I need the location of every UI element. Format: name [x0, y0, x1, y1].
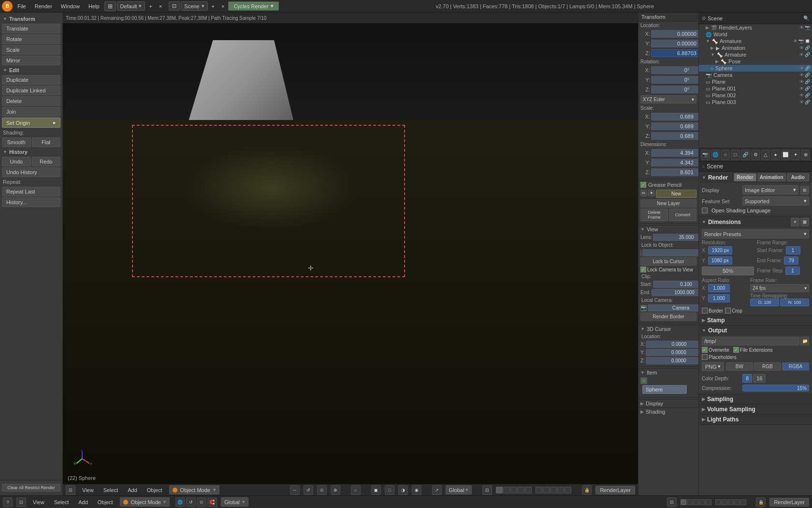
scale-btn[interactable]: Scale	[2, 45, 60, 55]
item-section-header[interactable]: ▼ Item	[638, 368, 698, 376]
viewport-type-icon[interactable]: ⊡	[66, 485, 75, 495]
armsub-link-icon[interactable]: 🔗	[805, 52, 810, 57]
plane002-link-icon[interactable]: 🔗	[805, 93, 810, 98]
set-origin-btn[interactable]: Set Origin ▸	[2, 118, 60, 128]
loc-x-input[interactable]	[651, 30, 698, 38]
frame-rate-select[interactable]: 24 fps ▾	[750, 284, 809, 292]
bottom-view-menu[interactable]: View	[30, 498, 47, 506]
outliner-item-sphere[interactable]: ○ Sphere 👁 🔗	[699, 65, 812, 72]
display-section-header[interactable]: ▶ Display	[638, 399, 698, 407]
clear-all-restrict-btn[interactable]: Clear All Restrict Render	[2, 484, 60, 492]
anim-link-icon[interactable]: 🔗	[805, 45, 810, 50]
gp-new-btn[interactable]: New	[656, 190, 696, 198]
cam-link-icon[interactable]: 🔗	[805, 73, 810, 77]
armature-eye-icon[interactable]: 👁	[793, 39, 798, 44]
outliner-item-plane[interactable]: ▭ Plane 👁 🔗	[699, 78, 812, 85]
view-restrict-icon[interactable]: 📷	[805, 25, 810, 30]
lock-to-cursor-btn[interactable]: Lock to Cursor	[640, 257, 696, 266]
overwrite-checkbox[interactable]: ✓	[702, 347, 708, 353]
time-remap-n-input[interactable]	[780, 299, 809, 306]
snap-icon[interactable]: ⊕	[331, 485, 340, 495]
view-menu-btn[interactable]: View	[79, 486, 97, 494]
delete-btn[interactable]: Delete	[2, 96, 60, 106]
layer-4[interactable]	[518, 487, 524, 493]
history-section-header[interactable]: ▼ History	[0, 148, 62, 156]
prop-world-icon[interactable]: ○	[721, 149, 730, 160]
prop-texture-icon[interactable]: ⬜	[781, 149, 790, 160]
loc-z-input[interactable]	[651, 49, 698, 57]
output-path-input[interactable]	[702, 337, 799, 345]
viewport-canvas[interactable]: ✛ X Y Z (22) Sphere	[63, 23, 638, 484]
plane-eye-icon[interactable]: 👁	[799, 79, 804, 84]
rot-x-input[interactable]	[651, 66, 698, 74]
clip-end-input[interactable]	[652, 289, 698, 296]
scale-x-input[interactable]	[651, 113, 698, 120]
layer-1[interactable]	[496, 487, 503, 493]
outliner-item-world[interactable]: 🌐 World	[699, 31, 812, 38]
stamp-header[interactable]: ▶ Stamp	[699, 315, 812, 325]
join-btn[interactable]: Join	[2, 107, 60, 117]
rot-z-input[interactable]	[651, 86, 698, 93]
repeat-last-btn[interactable]: Repeat Last	[2, 187, 60, 196]
end-frame-input[interactable]	[784, 256, 798, 265]
aspect-y-input[interactable]	[708, 294, 730, 302]
plane001-link-icon[interactable]: 🔗	[805, 86, 810, 91]
snap-icon-bottom[interactable]: 🧲	[207, 497, 217, 507]
depth-8-btn[interactable]: 8	[742, 374, 752, 383]
render-presets-select[interactable]: Render Presets ▾	[702, 229, 809, 239]
dim-z-input[interactable]	[651, 168, 698, 176]
layer-8[interactable]	[550, 487, 557, 493]
transform-orientation[interactable]: Global ▾	[446, 485, 472, 494]
screen-name[interactable]: Default ▾	[117, 1, 145, 11]
rgba-btn[interactable]: RGBA	[782, 362, 809, 371]
res-percent-input[interactable]	[702, 267, 754, 275]
transform-icon-3[interactable]: ⊙	[317, 485, 327, 495]
xyz-euler-select[interactable]: XYZ Euler ▾	[640, 95, 696, 104]
dim-add-icon[interactable]: +	[791, 218, 799, 226]
tab-audio[interactable]: Audio	[787, 173, 809, 181]
edit-section-header[interactable]: ▼ Edit	[0, 66, 62, 75]
blender-logo[interactable]: B	[2, 1, 13, 12]
object-menu-btn[interactable]: Object	[144, 486, 165, 494]
cursor-x-input[interactable]	[646, 341, 698, 348]
transform-space-select[interactable]: Global ▾	[221, 497, 248, 507]
bottom-layer-dot-3[interactable]	[693, 499, 699, 505]
close-scene-btn[interactable]: ×	[218, 2, 227, 10]
viewport-shading-render[interactable]: ◉	[412, 485, 421, 495]
bottom-layer-dot-10[interactable]	[740, 499, 746, 505]
res-y-input[interactable]	[708, 256, 732, 265]
layer-2[interactable]	[503, 487, 510, 493]
transform-section-header[interactable]: ▼ Transform	[0, 15, 62, 23]
view-section-header[interactable]: ▼ View	[638, 225, 698, 233]
bottom-layer-dot-7[interactable]	[722, 499, 727, 505]
scale-y-input[interactable]	[651, 122, 698, 130]
lock-layers-icon[interactable]: 🔒	[756, 497, 766, 507]
bottom-layer-dot-2[interactable]	[687, 499, 693, 505]
prop-render-icon[interactable]: 📷	[701, 149, 710, 160]
lock-icon[interactable]: 🔒	[582, 485, 592, 495]
light-paths-header[interactable]: ▶ Light Paths	[699, 415, 812, 424]
start-frame-input[interactable]	[786, 246, 800, 254]
bottom-object-mode[interactable]: Object Mode ▾	[120, 497, 170, 507]
clip-start-input[interactable]	[653, 281, 698, 288]
layer-10[interactable]	[565, 487, 571, 493]
plane001-eye-icon[interactable]: 👁	[799, 86, 804, 91]
camera-input[interactable]	[648, 304, 698, 312]
render-restrict-icon[interactable]: 👁	[799, 25, 804, 30]
dimensions-header[interactable]: ▼ Dimensions + ⊞	[699, 216, 812, 228]
bottom-layer-dot-9[interactable]	[734, 499, 740, 505]
prop-modifiers-icon[interactable]: ⚙	[751, 149, 760, 160]
prop-data-icon[interactable]: △	[761, 149, 770, 160]
output-header[interactable]: ▼ Output	[699, 326, 812, 335]
layer-9[interactable]	[557, 487, 564, 493]
view-type-selector[interactable]: ⊡	[169, 1, 180, 11]
gp-convert-btn[interactable]: Convert	[669, 209, 696, 221]
bottom-layer-dot-6[interactable]	[715, 499, 721, 505]
compression-bar[interactable]: 15%	[742, 385, 809, 391]
add-screen-btn[interactable]: +	[146, 2, 155, 10]
lock-object-icon[interactable]	[640, 250, 641, 256]
layer-indicator-icon[interactable]: ⊡	[667, 497, 677, 507]
border-checkbox[interactable]	[702, 308, 708, 314]
outliner-item-armature[interactable]: ▼ 🦴 Armature 👁 📷 🔲	[699, 38, 812, 45]
bottom-layer-dot-5[interactable]	[706, 499, 711, 505]
